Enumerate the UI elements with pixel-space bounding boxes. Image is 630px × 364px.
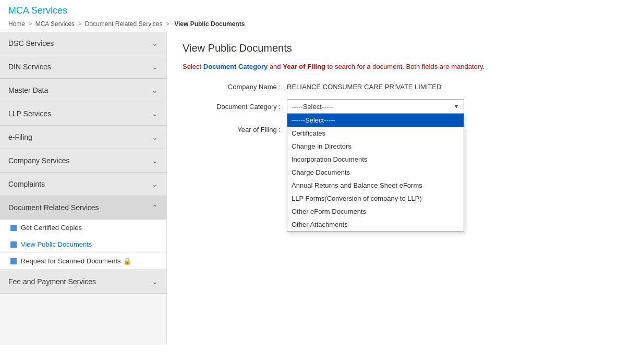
instruction-year-of-filing: Year of Filing (283, 63, 325, 70)
dropdown-option-other-eform[interactable]: Other eForm Documents (287, 205, 464, 218)
form-table: Company Name : RELIANCE CONSUMER CARE PR… (203, 83, 614, 137)
chevron-down-icon: ⌄ (152, 39, 158, 47)
dropdown-option-charge-docs[interactable]: Charge Documents (287, 166, 464, 179)
app-title: MCA Services (8, 5, 622, 16)
chevron-down-icon: ⌄ (152, 156, 158, 165)
bullet-icon (10, 241, 17, 248)
chevron-up-icon: ⌃ (152, 203, 158, 212)
bullet-icon (10, 225, 17, 231)
content-area: View Public Documents Select Document Ca… (167, 32, 630, 345)
top-header: MCA Services Home > MCA Services > Docum… (0, 0, 630, 32)
bullet-icon (10, 258, 17, 264)
dropdown-option-select[interactable]: ------Select----- (287, 114, 464, 127)
instruction-mid: and (268, 63, 283, 70)
doc-category-label: Document Category : (203, 103, 287, 111)
instruction-doc-cat: Document Category (203, 63, 268, 70)
sidebar-item-label: LLP Services (8, 110, 51, 118)
select-current-value: -----Select----- (292, 103, 333, 111)
sidebar-sub-item-label: View Public Documents (21, 240, 92, 248)
sidebar-item-fee-and-payment-services[interactable]: Fee and Payment Services ⌄ (0, 270, 166, 294)
company-name-row: Company Name : RELIANCE CONSUMER CARE PR… (203, 83, 614, 91)
sidebar-sub-item-get-certified-copies[interactable]: Get Certified Copies (0, 220, 166, 236)
breadcrumb: Home > MCA Services > Document Related S… (0, 18, 630, 32)
breadcrumb-current: View Public Documents (174, 20, 245, 28)
dropdown-arrow-icon: ▼ (453, 103, 459, 110)
sidebar-item-llp-services[interactable]: LLP Services ⌄ (0, 102, 166, 126)
sidebar-sub-item-view-public-documents[interactable]: View Public Documents (0, 236, 166, 253)
company-name-value: RELIANCE CONSUMER CARE PRIVATE LIMITED (287, 83, 441, 91)
chevron-down-icon: ⌄ (152, 180, 158, 188)
instruction-text: Select Document Category and Year of Fil… (183, 63, 614, 70)
sidebar-item-dsc-services[interactable]: DSC Services ⌄ (0, 32, 166, 55)
main-layout: DSC Services ⌄ DIN Services ⌄ Master Dat… (0, 32, 630, 345)
sidebar-item-label: DIN Services (8, 63, 51, 71)
sidebar-item-label: e-Filing (8, 133, 32, 141)
sidebar-sub-item-label: Get Certified Copies (21, 224, 82, 232)
sidebar-item-complaints[interactable]: Complaints ⌄ (0, 173, 166, 196)
sidebar-item-din-services[interactable]: DIN Services ⌄ (0, 55, 166, 79)
breadcrumb-document-related-services[interactable]: Document Related Services (85, 20, 163, 28)
dropdown-option-other-attachments[interactable]: Other Attachments (287, 218, 464, 231)
doc-category-dropdown: ------Select----- Certificates Change in… (287, 114, 464, 232)
dropdown-option-annual-returns[interactable]: Annual Returns and Balance Sheet eForms (287, 179, 464, 192)
dropdown-option-incorporation[interactable]: Incorporation Documents (287, 153, 464, 166)
sidebar-item-label: Fee and Payment Services (8, 277, 96, 286)
chevron-down-icon: ⌄ (152, 133, 158, 141)
chevron-down-icon: ⌄ (152, 277, 158, 286)
sidebar-item-label: DSC Services (8, 39, 54, 47)
dropdown-option-certificates[interactable]: Certificates (287, 127, 464, 140)
sidebar-item-label: Document Related Services (8, 203, 99, 212)
page-title: View Public Documents (183, 42, 614, 54)
doc-category-select[interactable]: -----Select----- ▼ (287, 99, 464, 114)
chevron-down-icon: ⌄ (152, 110, 158, 118)
dropdown-option-llp-forms[interactable]: LLP Forms(Conversion of company to LLP) (287, 192, 464, 205)
sidebar-sub-item-request-scanned-documents[interactable]: Request for Scanned Documents 🔒 (0, 253, 166, 270)
chevron-down-icon: ⌄ (152, 86, 158, 94)
doc-category-row: Document Category : -----Select----- ▼ -… (203, 99, 614, 114)
sidebar-item-e-filing[interactable]: e-Filing ⌄ (0, 126, 166, 149)
chevron-down-icon: ⌄ (152, 63, 158, 71)
instruction-suffix: to search for a document. Both fields ar… (325, 63, 484, 70)
breadcrumb-home[interactable]: Home (8, 20, 25, 28)
company-name-label: Company Name : (203, 83, 287, 91)
lock-icon: 🔒 (123, 257, 131, 265)
sidebar-item-master-data[interactable]: Master Data ⌄ (0, 79, 166, 102)
sidebar-item-label: Master Data (8, 86, 48, 94)
breadcrumb-mca-services[interactable]: MCA Services (35, 20, 75, 28)
instruction-prefix: Select (183, 63, 203, 70)
sidebar-item-label: Company Services (8, 156, 70, 165)
sidebar-sub-document-related-services: Get Certified Copies View Public Documen… (0, 220, 166, 270)
sidebar-item-company-services[interactable]: Company Services ⌄ (0, 149, 166, 173)
doc-category-select-wrapper: -----Select----- ▼ ------Select----- Cer… (287, 99, 464, 114)
sidebar-sub-item-label: Request for Scanned Documents (21, 257, 121, 265)
sidebar-item-label: Complaints (8, 180, 45, 188)
sidebar: DSC Services ⌄ DIN Services ⌄ Master Dat… (0, 32, 167, 345)
sidebar-item-document-related-services[interactable]: Document Related Services ⌃ (0, 196, 166, 220)
year-of-filing-label: Year of Filing : (203, 126, 287, 134)
dropdown-option-change-directors[interactable]: Change in Directors (287, 140, 464, 153)
